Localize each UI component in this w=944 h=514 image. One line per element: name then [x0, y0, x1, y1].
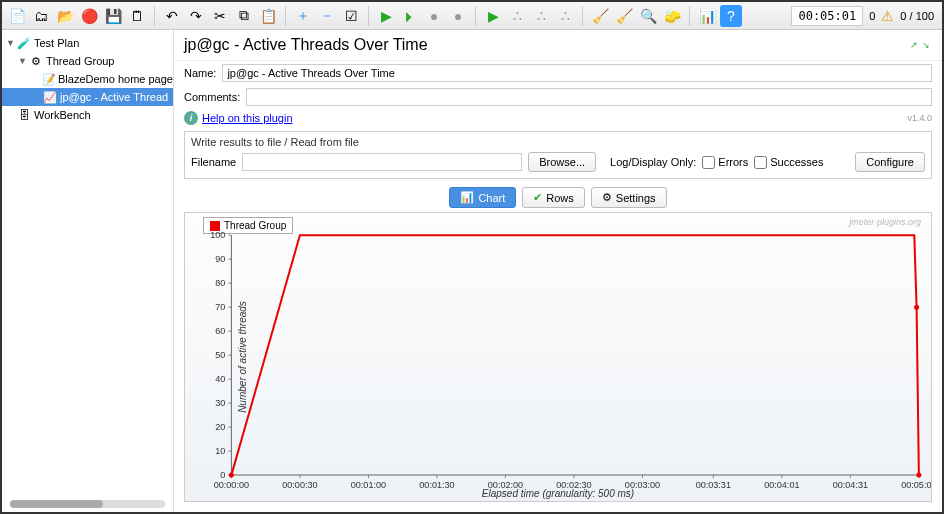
toggle-icon[interactable]: ☑ [340, 5, 362, 27]
tree-label: Test Plan [34, 37, 79, 49]
cut-icon[interactable]: ✂ [209, 5, 231, 27]
open-icon[interactable]: 📂 [54, 5, 76, 27]
tree-scrollbar[interactable] [10, 500, 165, 508]
stop-icon[interactable]: ● [423, 5, 445, 27]
tab-settings[interactable]: ⚙Settings [591, 187, 667, 208]
svg-point-48 [916, 473, 921, 478]
close-icon[interactable]: 🔴 [78, 5, 100, 27]
svg-text:00:04:01: 00:04:01 [764, 480, 799, 490]
toolbar-separator [689, 6, 690, 26]
remote-start-all-icon[interactable]: ∴ [506, 5, 528, 27]
function-helper-icon[interactable]: 📊 [696, 5, 718, 27]
error-count: 0 [869, 10, 875, 22]
name-label: Name: [184, 67, 216, 79]
svg-text:90: 90 [215, 254, 225, 264]
check-icon: ✔ [533, 191, 542, 204]
search-icon[interactable]: 🔍 [637, 5, 659, 27]
svg-text:30: 30 [215, 398, 225, 408]
toolbar-separator [475, 6, 476, 26]
svg-text:50: 50 [215, 350, 225, 360]
svg-text:60: 60 [215, 326, 225, 336]
remote-start-icon[interactable]: ▶ [482, 5, 504, 27]
start-icon[interactable]: ▶ [375, 5, 397, 27]
svg-text:00:03:31: 00:03:31 [696, 480, 731, 490]
svg-text:20: 20 [215, 422, 225, 432]
plugin-version: v1.4.0 [907, 113, 932, 123]
clear-all-icon[interactable]: 🧹 [613, 5, 635, 27]
tree-label: WorkBench [34, 109, 91, 121]
svg-text:00:00:30: 00:00:30 [282, 480, 317, 490]
svg-text:80: 80 [215, 278, 225, 288]
toolbar-separator [154, 6, 155, 26]
filename-input[interactable] [242, 153, 522, 171]
remote-shutdown-icon[interactable]: ∴ [554, 5, 576, 27]
app-window: 📄 🗂 📂 🔴 💾 🗒 ↶ ↷ ✂ ⧉ 📋 ＋ － ☑ ▶ ⏵ ● ● ▶ ∴ … [0, 0, 944, 514]
svg-text:40: 40 [215, 374, 225, 384]
comments-row: Comments: [174, 85, 942, 109]
gear-icon: ⚙ [602, 191, 612, 204]
help-icon[interactable]: ? [720, 5, 742, 27]
shutdown-icon[interactable]: ● [447, 5, 469, 27]
svg-text:00:00:00: 00:00:00 [214, 480, 249, 490]
svg-text:0: 0 [220, 470, 225, 480]
content-panel: jp@gc - Active Threads Over Time ↗↘ Name… [174, 30, 942, 512]
comments-input[interactable] [246, 88, 932, 106]
start-no-pause-icon[interactable]: ⏵ [399, 5, 421, 27]
expand-collapse-icon[interactable]: ↗↘ [910, 40, 932, 50]
tab-row: 📊Chart ✔Rows ⚙Settings [174, 183, 942, 212]
svg-text:00:01:00: 00:01:00 [351, 480, 386, 490]
copy-icon[interactable]: ⧉ [233, 5, 255, 27]
tab-chart[interactable]: 📊Chart [449, 187, 516, 208]
tree-thread-group[interactable]: ▼⚙Thread Group [2, 52, 173, 70]
tree-panel: ▼🧪Test Plan ▼⚙Thread Group 📝BlazeDemo ho… [2, 30, 174, 512]
save-icon[interactable]: 💾 [102, 5, 124, 27]
svg-point-47 [914, 305, 919, 310]
file-fieldset: Write results to file / Read from file F… [184, 131, 932, 179]
chart-area: Thread Group jmeter-plugins.org Number o… [184, 212, 932, 502]
toolbar-separator [582, 6, 583, 26]
redo-icon[interactable]: ↷ [185, 5, 207, 27]
tab-rows[interactable]: ✔Rows [522, 187, 585, 208]
panel-title: jp@gc - Active Threads Over Time [184, 36, 910, 54]
svg-text:00:02:00: 00:02:00 [488, 480, 523, 490]
tree-label: Thread Group [46, 55, 114, 67]
successes-checkbox[interactable]: Successes [754, 156, 823, 169]
svg-text:10: 10 [215, 446, 225, 456]
svg-text:70: 70 [215, 302, 225, 312]
fieldset-legend: Write results to file / Read from file [191, 136, 925, 148]
toolbar-separator [285, 6, 286, 26]
expand-icon[interactable]: ＋ [292, 5, 314, 27]
help-row: i Help on this plugin v1.4.0 [174, 109, 942, 127]
help-link[interactable]: Help on this plugin [202, 112, 293, 124]
thread-count: 0 / 100 [900, 10, 934, 22]
chart-svg: 010203040506070809010000:00:0000:00:3000… [185, 213, 931, 502]
remote-stop-icon[interactable]: ∴ [530, 5, 552, 27]
svg-text:100: 100 [210, 230, 225, 240]
warning-icon: ⚠ [881, 8, 894, 24]
paste-icon[interactable]: 📋 [257, 5, 279, 27]
info-icon: i [184, 111, 198, 125]
comments-label: Comments: [184, 91, 240, 103]
tree-sampler[interactable]: 📝BlazeDemo home page [2, 70, 173, 88]
tree-listener-active-threads[interactable]: 📈jp@gc - Active Thread [2, 88, 173, 106]
name-input[interactable] [222, 64, 932, 82]
configure-button[interactable]: Configure [855, 152, 925, 172]
svg-text:00:05:01: 00:05:01 [901, 480, 931, 490]
chart-icon: 📊 [460, 191, 474, 204]
main-area: ▼🧪Test Plan ▼⚙Thread Group 📝BlazeDemo ho… [2, 30, 942, 512]
name-row: Name: [174, 61, 942, 85]
tree-workbench[interactable]: 🗄WorkBench [2, 106, 173, 124]
new-icon[interactable]: 📄 [6, 5, 28, 27]
reset-search-icon[interactable]: 🧽 [661, 5, 683, 27]
main-toolbar: 📄 🗂 📂 🔴 💾 🗒 ↶ ↷ ✂ ⧉ 📋 ＋ － ☑ ▶ ⏵ ● ● ▶ ∴ … [2, 2, 942, 30]
undo-icon[interactable]: ↶ [161, 5, 183, 27]
collapse-icon[interactable]: － [316, 5, 338, 27]
templates-icon[interactable]: 🗂 [30, 5, 52, 27]
tree-test-plan[interactable]: ▼🧪Test Plan [2, 34, 173, 52]
errors-checkbox[interactable]: Errors [702, 156, 748, 169]
svg-text:00:01:30: 00:01:30 [419, 480, 454, 490]
browse-button[interactable]: Browse... [528, 152, 596, 172]
save-as-icon[interactable]: 🗒 [126, 5, 148, 27]
svg-point-46 [229, 473, 234, 478]
clear-icon[interactable]: 🧹 [589, 5, 611, 27]
